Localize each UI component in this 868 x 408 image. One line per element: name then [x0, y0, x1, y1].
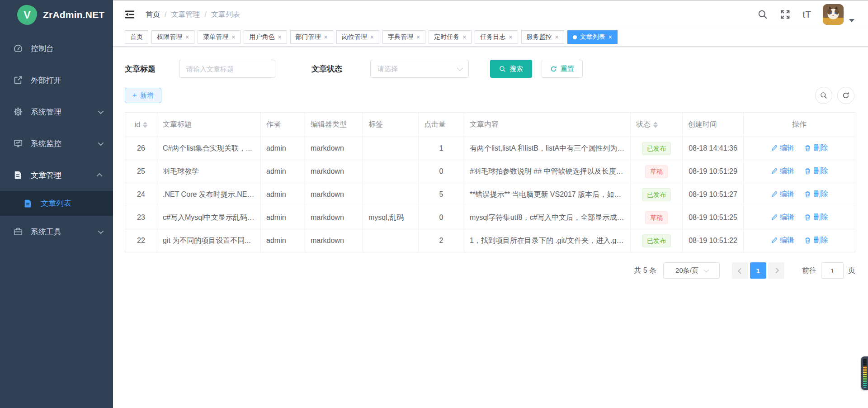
article-status-select[interactable]: 请选择 — [370, 60, 469, 78]
plus-icon: + — [132, 91, 137, 100]
tab-label: 定时任务 — [434, 33, 459, 41]
goto-page-input[interactable] — [821, 262, 844, 279]
delete-button[interactable]: 删除 — [804, 190, 828, 199]
edit-button[interactable]: 编辑 — [771, 143, 794, 153]
toolbox-icon — [14, 227, 24, 237]
delete-button[interactable]: 删除 — [804, 166, 828, 176]
user-avatar[interactable] — [823, 4, 844, 25]
article-title-input[interactable] — [179, 60, 275, 78]
delete-button[interactable]: 删除 — [804, 236, 828, 245]
delete-button[interactable]: 删除 — [804, 143, 828, 153]
tab-scheduled-task[interactable]: 定时任务× — [429, 30, 472, 44]
trash-icon — [804, 214, 811, 221]
close-icon[interactable]: × — [231, 34, 235, 40]
fullscreen-icon[interactable] — [780, 9, 791, 20]
sidebar-toggle-icon[interactable] — [125, 10, 135, 19]
sidebar-item-article-manage[interactable]: 文章管理 — [0, 159, 113, 191]
tab-label: 任务日志 — [480, 33, 505, 41]
sidebar-item-system-monitor[interactable]: 系统监控 — [0, 128, 113, 159]
floating-widget[interactable] — [861, 356, 868, 390]
close-icon[interactable]: × — [555, 34, 559, 40]
search-icon[interactable] — [757, 9, 768, 20]
close-icon[interactable]: × — [509, 34, 512, 40]
next-page-button[interactable] — [768, 262, 784, 279]
sort-icon[interactable] — [143, 122, 147, 128]
breadcrumb-home[interactable]: 首页 — [146, 10, 160, 19]
caret-down-icon[interactable] — [849, 19, 854, 22]
cell-editor-type: markdown — [305, 206, 363, 229]
chevron-down-icon — [98, 228, 104, 234]
close-icon[interactable]: × — [185, 34, 189, 40]
column-header-status[interactable]: 状态 — [631, 113, 683, 137]
tab-article-list[interactable]: 文章列表× — [567, 30, 618, 44]
cell-author: admin — [261, 229, 305, 252]
refresh-table-button[interactable] — [837, 87, 854, 104]
edit-button[interactable]: 编辑 — [771, 236, 794, 245]
breadcrumb: 首页 / 文章管理 / 文章列表 — [146, 10, 240, 19]
breadcrumb-article-manage: 文章管理 — [171, 10, 200, 19]
table-row: 24 .NET Core 发布时提示.NET... admin markdown… — [125, 183, 855, 206]
document-icon — [24, 199, 33, 209]
column-header-author: 作者 — [261, 113, 305, 137]
close-icon[interactable]: × — [416, 34, 420, 40]
reset-button[interactable]: 重置 — [542, 60, 583, 78]
tab-user-role[interactable]: 用户角色× — [244, 30, 287, 44]
active-dot-icon — [573, 35, 577, 39]
cell-author: admin — [261, 206, 305, 229]
add-button[interactable]: + 新增 — [125, 88, 161, 103]
cell-title: c#写入Mysql中文显示乱码 ... — [157, 206, 261, 229]
tab-department-manage[interactable]: 部门管理× — [290, 30, 333, 44]
page-size-value: 20条/页 — [675, 266, 698, 275]
show-search-button[interactable] — [815, 87, 832, 104]
tab-home[interactable]: 首页 — [125, 30, 148, 44]
sidebar-item-system-tools[interactable]: 系统工具 — [0, 216, 113, 247]
close-icon[interactable]: × — [462, 34, 466, 40]
close-icon[interactable]: × — [609, 34, 612, 40]
sidebar-item-article-list[interactable]: 文章列表 — [0, 191, 113, 216]
breadcrumb-separator: / — [204, 10, 206, 19]
cell-actions: 编辑 删除 — [744, 206, 855, 229]
sidebar-item-label: 外部打开 — [31, 75, 61, 85]
edit-button[interactable]: 编辑 — [771, 190, 794, 199]
edit-button[interactable]: 编辑 — [771, 213, 794, 222]
table-row: 25 羽毛球教学 admin markdown 0 #羽毛球拍参数说明 ## 中… — [125, 160, 855, 183]
cell-tags — [363, 183, 419, 206]
edit-button[interactable]: 编辑 — [771, 166, 794, 176]
sidebar-item-label: 文章管理 — [31, 170, 61, 180]
tab-post-manage[interactable]: 岗位管理× — [336, 30, 379, 44]
column-header-id[interactable]: id — [125, 113, 157, 137]
app-logo[interactable]: V ZrAdmin.NET — [0, 0, 113, 30]
sidebar-item-dashboard[interactable]: 控制台 — [0, 33, 113, 64]
close-icon[interactable]: × — [370, 34, 374, 40]
prev-page-button[interactable] — [732, 262, 748, 279]
filter-form: 文章标题 文章状态 请选择 搜索 重置 — [113, 47, 868, 78]
cell-status: 草稿 — [631, 160, 683, 183]
chevron-left-icon — [737, 268, 743, 274]
tab-permission-manage[interactable]: 权限管理× — [151, 30, 194, 44]
tab-service-monitor[interactable]: 服务监控× — [521, 30, 564, 44]
cell-clicks: 1 — [419, 137, 464, 160]
sidebar-item-external-open[interactable]: 外部打开 — [0, 64, 113, 96]
tab-menu-manage[interactable]: 菜单管理× — [198, 30, 241, 44]
tab-label: 首页 — [130, 33, 143, 41]
close-icon[interactable]: × — [324, 34, 328, 40]
font-size-icon[interactable]: tT — [802, 9, 811, 20]
search-button[interactable]: 搜索 — [490, 60, 532, 78]
tab-task-log[interactable]: 任务日志× — [475, 30, 518, 44]
close-icon[interactable]: × — [278, 34, 281, 40]
cell-content: #羽毛球拍参数说明 ## 中管软硬选择以及长度介... — [464, 160, 631, 183]
trash-icon — [804, 191, 811, 198]
chevron-right-icon — [773, 267, 779, 273]
cell-actions: 编辑 删除 — [744, 160, 855, 183]
page-size-select[interactable]: 20条/页 — [663, 262, 720, 279]
chevron-up-icon — [97, 173, 103, 179]
sidebar-item-label: 系统工具 — [31, 227, 61, 237]
tab-dict-manage[interactable]: 字典管理× — [382, 30, 425, 44]
table-tools — [815, 87, 854, 104]
sidebar-item-system-manage[interactable]: 系统管理 — [0, 96, 113, 128]
page-number-current[interactable]: 1 — [750, 262, 766, 279]
delete-button[interactable]: 删除 — [804, 213, 828, 222]
sort-icon[interactable] — [653, 122, 658, 128]
cell-tags — [363, 137, 419, 160]
cell-created: 08-19 10:51:29 — [683, 160, 744, 183]
